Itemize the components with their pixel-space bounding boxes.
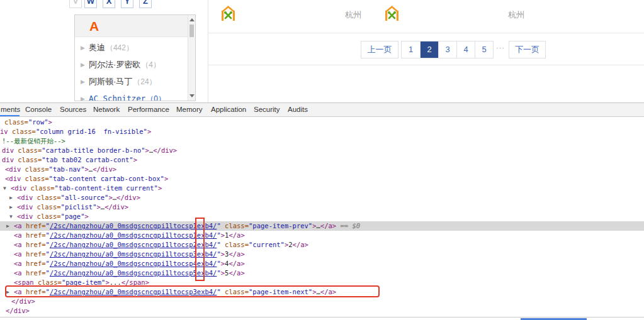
page-number-3[interactable]: 3 (438, 41, 456, 58)
brand-list-item[interactable]: ▶阿尔法·罗密欧（4） (75, 56, 195, 73)
letter-button-Y[interactable]: Y (121, 0, 133, 8)
brand-count: （24） (133, 77, 156, 86)
expand-arrow-icon[interactable]: ▶ (6, 221, 9, 231)
brand-count: （0） (146, 94, 166, 101)
garage-icon (222, 6, 235, 21)
page-number-1[interactable]: 1 (402, 41, 420, 58)
active-tab-underline (0, 115, 20, 116)
expand-arrow-icon: ▶ (81, 62, 85, 68)
brand-name: AC Schnitzer (89, 94, 145, 101)
brand-count: （442） (106, 43, 133, 52)
expand-arrow-icon: ▶ (81, 96, 85, 101)
devtools-code-line[interactable]: !--最新促销开始--> (0, 136, 644, 146)
devtools-code-line[interactable]: ▶<a href="/2sc/hangzhou/a0_0msdgscncgpi1… (0, 221, 644, 231)
devtools-code-line[interactable]: <a href="/2sc/hangzhou/a0_0msdgscncgpi1l… (0, 268, 644, 278)
devtools-tab-sources[interactable]: Sources (60, 103, 86, 117)
devtools-code-line[interactable]: </div> (0, 306, 644, 316)
column-divider (208, 0, 208, 102)
page-number-group: 12345 (401, 41, 494, 58)
collapse-arrow-icon[interactable]: ▼ (9, 212, 13, 221)
brand-list-item[interactable]: ▶奥迪（442） (75, 39, 195, 56)
devtools-code-line[interactable]: </div> (0, 297, 644, 306)
horizontal-scrollbar[interactable] (0, 317, 644, 320)
devtools-code-line[interactable]: <a href="/2sc/hangzhou/a0_0msdgscncgpi1l… (0, 250, 644, 259)
letter-group-heading: A (89, 19, 99, 34)
expand-arrow-icon: ▶ (81, 79, 85, 85)
pagination-ellipsis: ··· (494, 44, 507, 52)
collapse-arrow-icon[interactable]: ▼ (3, 184, 6, 193)
brand-count: （4） (141, 60, 161, 69)
brand-list-item[interactable]: ▶阿斯顿·马丁（24） (75, 73, 195, 90)
page-number-5[interactable]: 5 (475, 41, 493, 58)
devtools-code-line[interactable]: ▼<div class="tab-content-item current"> (0, 184, 644, 193)
devtools-code-line[interactable]: ▶<div class="piclist">…</div> (0, 202, 644, 212)
expand-arrow-icon[interactable]: ▶ (9, 193, 13, 202)
city-label: 杭州 (345, 10, 361, 20)
letter-button-W[interactable]: W (84, 0, 97, 8)
screenshot-root: VWXYZ A ▶奥迪（442）▶阿尔法·罗密欧（4）▶阿斯顿·马丁（24）▶A… (0, 0, 644, 320)
devtools-tab-audits[interactable]: Audits (288, 103, 308, 117)
devtools-code-line[interactable]: div class="cartab-title border-b-no">…</… (0, 146, 644, 155)
page-number-4[interactable]: 4 (456, 41, 475, 58)
letter-button-X[interactable]: X (103, 0, 115, 8)
devtools-code-line[interactable]: <a href="/2sc/hangzhou/a0_0msdgscncgpi1l… (0, 240, 644, 250)
devtools-code-line[interactable]: class="row"> (0, 118, 644, 127)
devtools-tab-network[interactable]: Network (93, 103, 120, 117)
devtools-tab-application[interactable]: Application (211, 103, 246, 117)
devtools-tab-performance[interactable]: Performance (128, 103, 169, 117)
devtools-code-line[interactable]: div class="tab tab02 cartab-cont"> (0, 155, 644, 165)
horizontal-rule (208, 33, 644, 33)
next-page-button[interactable]: 下一页 (509, 41, 546, 58)
devtools-code-line[interactable]: iv class="column grid-16 fn-visible"> (0, 127, 644, 136)
devtools-code-line[interactable]: <a href="/2sc/hangzhou/a0_0msdgscncgpi1l… (0, 231, 644, 240)
city-label: 杭州 (508, 10, 524, 20)
devtools-tab-security[interactable]: Security (254, 103, 280, 117)
annotation-box-page-digits (195, 218, 205, 281)
devtools-tabbar: mentsConsoleSourcesNetworkPerformanceMem… (0, 103, 644, 117)
brand-name: 阿尔法·罗密欧 (89, 60, 140, 69)
devtools-code-line[interactable]: ▶<div class="tab-nav">…</div> (0, 165, 644, 174)
webpage-area: VWXYZ A ▶奥迪（442）▶阿尔法·罗密欧（4）▶阿斯顿·马丁（24）▶A… (0, 0, 644, 102)
brand-list-item[interactable]: ▶AC Schnitzer（0） (75, 90, 195, 101)
letter-button-V: V (69, 0, 82, 8)
devtools-code-line[interactable]: <a href="/2sc/hangzhou/a0_0msdgscncgpi1l… (0, 259, 644, 268)
page-number-2[interactable]: 2 (420, 41, 438, 58)
scroll-down-icon[interactable] (189, 94, 195, 97)
devtools-code-line[interactable]: ▼<div class="page"> (0, 212, 644, 221)
letter-button-Z[interactable]: Z (139, 0, 152, 8)
garage-icon (385, 6, 398, 21)
expand-arrow-icon[interactable]: ▶ (9, 202, 13, 212)
brand-dropdown-panel: A ▶奥迪（442）▶阿尔法·罗密欧（4）▶阿斯顿·马丁（24）▶AC Schn… (74, 14, 196, 101)
prev-page-button[interactable]: 上一页 (361, 41, 398, 58)
devtools-tab-console[interactable]: Console (25, 103, 52, 117)
brand-list: ▶奥迪（442）▶阿尔法·罗密欧（4）▶阿斯顿·马丁（24）▶AC Schnit… (75, 37, 195, 101)
annotation-box-next-link (5, 285, 380, 297)
devtools-code-line[interactable]: ▶<div class="all-source">…</div> (0, 193, 644, 202)
brand-name: 阿斯顿·马丁 (89, 77, 132, 86)
expand-arrow-icon: ▶ (81, 45, 85, 51)
devtools-code-line[interactable]: ▼<div class="tab-content cartab-cont-box… (0, 174, 644, 184)
horizontal-rule (208, 65, 644, 65)
brand-panel-header: A (75, 15, 195, 37)
panel-scrollbar[interactable] (188, 15, 195, 101)
brand-name: 奥迪 (89, 43, 105, 52)
scrollbar-thumb[interactable] (189, 25, 194, 37)
devtools-tab-memory[interactable]: Memory (176, 103, 203, 117)
scroll-up-icon[interactable] (189, 18, 195, 21)
